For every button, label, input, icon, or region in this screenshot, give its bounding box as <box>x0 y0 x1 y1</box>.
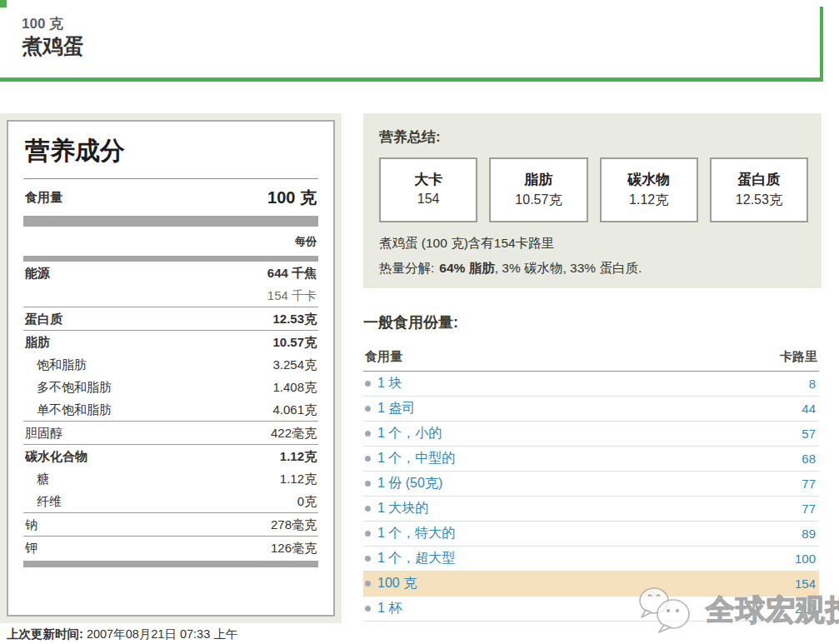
nutrient-row-cholesterol: 胆固醇 422毫克 <box>23 421 318 444</box>
serving-calories: 57 <box>802 427 816 441</box>
fact-value: 1.12克 <box>602 192 697 209</box>
thick-divider-bar <box>23 216 318 227</box>
nutrient-value: 12.53克 <box>272 312 317 326</box>
bullet-icon <box>365 531 371 537</box>
serving-calories: 89 <box>802 527 816 541</box>
serving-calories: 8 <box>809 377 816 391</box>
nutrition-summary-panel: 营养总结: 大卡 154 脂肪 10.57克 碳水物 1.12克 蛋白质 12.… <box>363 113 822 288</box>
nutrient-value: 126毫克 <box>271 541 317 555</box>
serving-size-value: 100 克 <box>267 187 317 209</box>
serving-row[interactable]: 1 块 8 <box>363 372 819 397</box>
breakdown-fat-percent: 64% 脂肪 <box>434 261 494 275</box>
last-updated-label: 上次更新时间: <box>7 627 83 641</box>
serving-link[interactable]: 1 个，中型的 <box>377 450 455 467</box>
fact-box-carbs: 碳水物 1.12克 <box>600 157 698 222</box>
nutrient-value: 4.061克 <box>272 402 317 417</box>
bottom-divider-bar <box>23 561 318 567</box>
fact-value: 154 <box>381 192 476 207</box>
serving-size-label: 食用量 <box>25 190 62 206</box>
nutrient-value: 1.408克 <box>272 380 317 394</box>
fact-value: 10.57克 <box>491 192 586 209</box>
nutrient-value: 422毫克 <box>271 426 317 440</box>
col-calories: 卡路里 <box>780 349 817 365</box>
nutrient-row-sugar: 糖 1.12克 <box>23 467 318 490</box>
servings-table-header: 食用量 卡路里 <box>363 344 819 372</box>
serving-row[interactable]: 1 个，小的 57 <box>363 422 819 447</box>
green-border-right <box>820 7 823 77</box>
nutrient-label: 碳水化合物 <box>25 449 87 463</box>
fact-label: 蛋白质 <box>712 170 807 189</box>
serving-calories: 68 <box>802 452 816 466</box>
fact-label: 脂肪 <box>491 170 586 189</box>
serving-link[interactable]: 1 大块的 <box>377 500 428 517</box>
nutrient-value: 644 千焦 <box>267 266 317 280</box>
nutrient-label: 纤维 <box>25 494 62 508</box>
serving-row-current[interactable]: 100 克 154 <box>363 572 819 597</box>
nutrient-label: 脂肪 <box>25 335 50 349</box>
nutrient-value: 0克 <box>297 494 317 508</box>
serving-link[interactable]: 1 杯 <box>377 600 402 617</box>
bullet-icon <box>365 556 371 562</box>
breakdown-rest: , 3% 碳水物, 33% 蛋白质. <box>495 261 642 275</box>
summary-fact-boxes: 大卡 154 脂肪 10.57克 碳水物 1.12克 蛋白质 12.53克 <box>379 157 808 222</box>
nutrient-value: 3.254克 <box>272 357 317 372</box>
nutrient-value: 1.12克 <box>280 449 317 463</box>
nutrient-label: 蛋白质 <box>25 312 62 326</box>
per-serving-label: 每份 <box>23 227 318 256</box>
nutrient-row-sodium: 钠 278毫克 <box>23 512 318 536</box>
nutrition-facts-box: 营养成分 食用量 100 克 每份 能源 644 千焦 154 千卡 蛋白质 1… <box>7 120 335 617</box>
serving-link[interactable]: 1 个，小的 <box>377 425 442 442</box>
serving-link[interactable]: 1 个，特大的 <box>377 525 455 542</box>
serving-row[interactable]: 1 大块的 77 <box>363 497 819 522</box>
serving-row[interactable]: 1 杯 210 <box>363 597 819 622</box>
page-title: 煮鸡蛋 <box>22 32 84 60</box>
nutrient-label: 能源 <box>25 266 50 280</box>
bullet-icon <box>365 431 371 437</box>
bullet-icon <box>365 406 371 412</box>
nutrient-label: 钠 <box>25 517 37 532</box>
serving-link[interactable]: 1 份 (50克) <box>377 475 442 492</box>
serving-row[interactable]: 1 个，中型的 68 <box>363 447 819 472</box>
serving-row[interactable]: 1 盎司 44 <box>363 397 819 422</box>
serving-link[interactable]: 1 个，超大型 <box>377 550 455 567</box>
nutrient-row-energy-kj: 能源 644 千焦 <box>23 262 318 284</box>
fact-box-protein: 蛋白质 12.53克 <box>710 157 808 222</box>
servings-title: 一般食用份量: <box>363 312 819 332</box>
serving-link[interactable]: 1 盎司 <box>377 400 415 417</box>
serving-row[interactable]: 1 份 (50克) 77 <box>363 472 819 497</box>
last-updated-line: 上次更新时间: 2007年08月21日 07:33 上午 <box>7 627 237 642</box>
serving-calories: 100 <box>795 552 816 566</box>
last-updated-value: 2007年08月21日 07:33 上午 <box>87 627 237 641</box>
bullet-icon <box>365 456 371 462</box>
nutrient-row-monounsaturated-fat: 单不饱和脂肪 4.061克 <box>23 398 318 421</box>
serving-row[interactable]: 1 个，特大的 89 <box>363 522 819 547</box>
nutrient-value: 10.57克 <box>272 335 317 349</box>
fact-label: 大卡 <box>381 170 476 189</box>
fact-value: 12.53克 <box>712 192 807 209</box>
summary-title: 营养总结: <box>379 127 808 147</box>
nutrient-value: 154 千卡 <box>267 288 317 302</box>
bullet-icon <box>365 381 371 387</box>
food-header: 100 克 煮鸡蛋 <box>0 0 839 82</box>
serving-calories: 77 <box>802 502 816 516</box>
fact-label: 碳水物 <box>602 170 697 189</box>
green-border-bottom <box>0 77 823 82</box>
nutrient-row-saturated-fat: 饱和脂肪 3.254克 <box>23 353 318 376</box>
fact-box-fat: 脂肪 10.57克 <box>489 157 587 222</box>
nutrition-facts-title: 营养成分 <box>23 132 318 178</box>
nutrient-row-energy-kcal: 154 千卡 <box>23 284 318 307</box>
nutrient-row-polyunsaturated-fat: 多不饱和脂肪 1.408克 <box>23 376 318 398</box>
nutrient-row-potassium: 钾 126毫克 <box>23 536 318 559</box>
nutrition-page: 100 克 煮鸡蛋 营养成分 食用量 100 克 每份 能源 644 千焦 15… <box>0 0 839 644</box>
serving-link[interactable]: 100 克 <box>377 575 417 592</box>
nutrient-row-carbohydrate: 碳水化合物 1.12克 <box>23 444 318 467</box>
calorie-summary-line: 煮鸡蛋 (100 克)含有154卡路里 <box>379 235 808 252</box>
nutrient-label: 单不饱和脂肪 <box>25 402 112 417</box>
fact-box-calories: 大卡 154 <box>379 157 477 222</box>
serving-calories: 154 <box>795 577 816 591</box>
serving-calories: 77 <box>802 477 816 491</box>
serving-row[interactable]: 1 个，超大型 100 <box>363 547 819 572</box>
serving-link[interactable]: 1 块 <box>377 375 402 392</box>
nutrient-label: 糖 <box>25 472 49 486</box>
serving-calories: 44 <box>802 402 816 416</box>
